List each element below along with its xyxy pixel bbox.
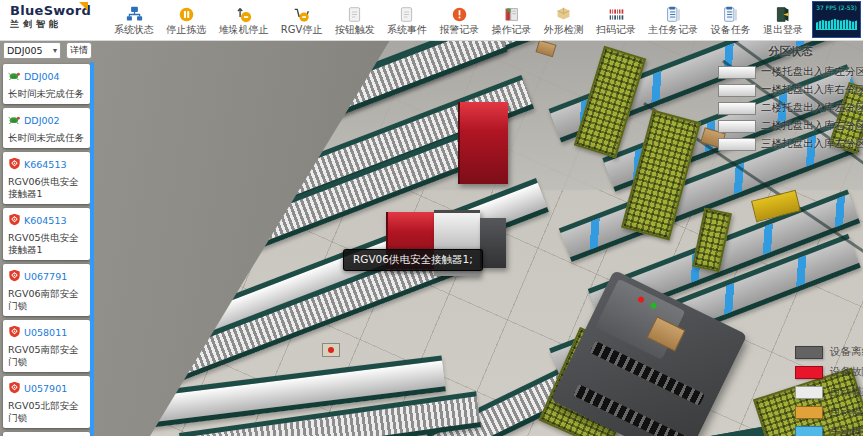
status-label: 设备故障	[830, 365, 863, 379]
logo-corner-accent-icon	[79, 2, 88, 11]
menu-item-label: 操作记录	[492, 24, 532, 35]
partition-legend-row: 二楼托盘出入库左分区视图	[718, 101, 863, 115]
partition-legend-row: 三楼托盘出入库左分区视图	[718, 137, 863, 151]
menu-item-label: 外形检测	[544, 24, 584, 35]
menu-item-label: RGV停止	[281, 24, 323, 35]
menu-item-alarm-records[interactable]: 报警记录	[437, 5, 481, 36]
operation-records-icon	[503, 6, 520, 23]
alarm-card-header: K604513	[8, 211, 85, 230]
button-station	[322, 343, 340, 357]
partition-swatch	[718, 84, 756, 97]
alarm-card-header: DDJ004	[8, 67, 85, 86]
detail-button[interactable]: 详情	[66, 42, 92, 59]
partition-label: 一楼托盘出入库左分区	[761, 65, 863, 79]
toolbar-menu: 系统状态停止拣选堆垛机停止RGV停止按钮触发系统事件报警记录操作记录外形检测扫码…	[112, 2, 805, 38]
status-label: 自动模式	[830, 405, 863, 419]
device-tooltip: RGV06供电安全接触器1;	[343, 249, 483, 271]
menu-item-stacker-stop[interactable]: 堆垛机停止	[217, 5, 271, 36]
fps-histogram	[816, 14, 857, 30]
main-task-records-icon	[665, 6, 682, 23]
menu-item-label: 报警记录	[439, 24, 479, 35]
alarm-code: K664513	[24, 158, 67, 171]
app-logo: BlueSword 兰剑智能	[10, 4, 90, 30]
stop-picking-icon	[178, 6, 195, 23]
menu-item-label: 堆垛机停止	[219, 24, 269, 35]
menu-item-main-task-records[interactable]: 主任务记录	[646, 5, 700, 36]
menu-item-operation-records[interactable]: 操作记录	[490, 5, 534, 36]
status-swatch	[795, 386, 823, 399]
alarm-description: RGV05北部安全门锁	[8, 400, 85, 424]
menu-item-rgv-stop[interactable]: RGV停止	[279, 5, 325, 36]
alarm-card[interactable]: U058011RGV05南部安全门锁	[3, 320, 90, 372]
rgv-stop-icon	[293, 6, 310, 23]
alarm-card-header: K664513	[8, 155, 85, 174]
partition-swatch	[718, 120, 756, 133]
alarm-list-scrollbar[interactable]	[90, 62, 94, 436]
menu-item-stop-picking[interactable]: 停止拣选	[164, 5, 208, 36]
status-swatch	[795, 366, 823, 379]
status-swatch	[795, 406, 823, 419]
alarm-code: DDJ004	[24, 70, 60, 83]
partition-swatch	[718, 138, 756, 151]
menu-item-system-status[interactable]: 系统状态	[112, 5, 156, 36]
partition-legend-rows: 一楼托盘出入库左分区视图一楼托盘出入库右分区视图二楼托盘出入库左分区视图二楼托盘…	[718, 65, 863, 151]
partition-label: 二楼托盘出入库左分区	[761, 101, 863, 115]
alarm-card[interactable]: K664513RGV06供电安全接触器1	[3, 152, 90, 204]
device-select[interactable]: DDJ005 ▾	[3, 42, 61, 59]
status-legend-row: 自动模式	[795, 405, 863, 419]
toolbar: BlueSword 兰剑智能 系统状态停止拣选堆垛机停止RGV停止按钮触发系统事…	[0, 0, 863, 41]
menu-item-label: 设备任务	[711, 24, 751, 35]
partition-legend-row: 二楼托盘出入库右分区视图	[718, 119, 863, 133]
partition-swatch	[718, 102, 756, 115]
alarm-shield-icon	[8, 267, 21, 286]
alarm-description: RGV05供电安全接触器1	[8, 232, 85, 256]
status-legend: 设备离线设备故障自动模式自动模式手动模式	[795, 345, 863, 436]
menu-item-system-events[interactable]: 系统事件	[385, 5, 429, 36]
menu-item-label: 扫码记录	[596, 24, 636, 35]
alarm-card[interactable]: K604513RGV05供电安全接触器1	[3, 208, 90, 260]
status-legend-row: 手动模式	[795, 425, 863, 436]
chevron-down-icon: ▾	[53, 46, 57, 55]
partition-legend: 分区状态 一楼托盘出入库左分区视图一楼托盘出入库右分区视图二楼托盘出入库左分区视…	[718, 44, 863, 155]
stacker-stop-icon	[235, 6, 252, 23]
partition-label: 一楼托盘出入库右分区	[761, 83, 863, 97]
menu-item-label: 退出登录	[763, 24, 803, 35]
menu-item-label: 系统事件	[387, 24, 427, 35]
alarm-card[interactable]: 100-连接断开6#RGV_1769-L16ER-BB1B_RGV06	[3, 432, 90, 436]
alarm-description: RGV06南部安全门锁	[8, 288, 85, 312]
alarm-card[interactable]: DDJ002长时间未完成任务	[3, 108, 90, 148]
status-label: 手动模式	[830, 425, 863, 436]
menu-item-label: 按钮触发	[335, 24, 375, 35]
device-select-value: DDJ005	[7, 45, 43, 56]
alarm-shield-icon	[8, 323, 21, 342]
alarm-records-icon	[451, 6, 468, 23]
alarm-card-header: U067791	[8, 267, 85, 286]
menu-item-shape-detection[interactable]: 外形检测	[542, 5, 586, 36]
status-label: 自动模式	[830, 385, 863, 399]
fps-text: 37 FPS (2-53)	[815, 4, 858, 11]
partition-legend-row: 一楼托盘出入库右分区视图	[718, 83, 863, 97]
alarm-card[interactable]: U057901RGV05北部安全门锁	[3, 376, 90, 428]
logo-title: BlueSword	[10, 4, 90, 18]
alarm-card-header: U057901	[8, 379, 85, 398]
menu-item-label: 系统状态	[114, 24, 154, 35]
fps-widget: 37 FPS (2-53)	[812, 1, 861, 38]
partition-legend-title: 分区状态	[718, 44, 863, 59]
device-tasks-icon	[722, 6, 739, 23]
warehouse-3d-view[interactable]: RGV06供电安全接触器1; DDJ005 ▾ 详情 DDJ004长时间未完成任…	[0, 40, 863, 436]
alarm-card-header: U058011	[8, 323, 85, 342]
alarm-card[interactable]: U067791RGV06南部安全门锁	[3, 264, 90, 316]
menu-item-device-tasks[interactable]: 设备任务	[709, 5, 753, 36]
status-legend-row: 设备故障	[795, 365, 863, 379]
logout-icon	[774, 6, 791, 23]
status-swatch	[795, 426, 823, 436]
turtle-icon	[8, 111, 21, 130]
menu-item-button-trigger[interactable]: 按钮触发	[333, 5, 377, 36]
alarm-code: DDJ002	[24, 114, 60, 127]
alarm-shield-icon	[8, 211, 21, 230]
partition-label: 二楼托盘出入库右分区	[761, 119, 863, 133]
alarm-card[interactable]: DDJ004长时间未完成任务	[3, 64, 90, 104]
alarm-description: 长时间未完成任务	[8, 132, 85, 144]
menu-item-scan-records[interactable]: 扫码记录	[594, 5, 638, 36]
menu-item-logout[interactable]: 退出登录	[761, 5, 805, 36]
